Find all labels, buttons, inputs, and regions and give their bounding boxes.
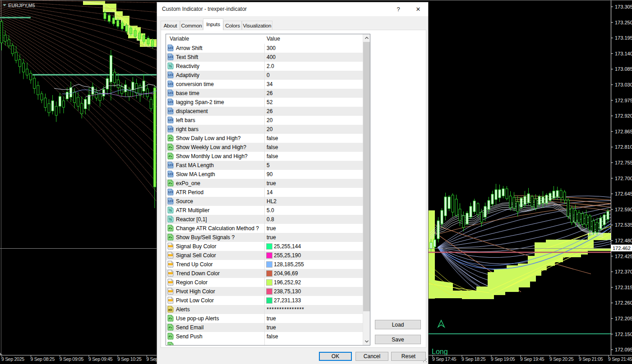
- svg-text:172.590: 172.590: [615, 207, 632, 212]
- svg-text:½: ½: [169, 217, 172, 222]
- svg-text:172.462: 172.462: [613, 246, 631, 251]
- svg-text:ab: ab: [168, 308, 172, 312]
- svg-text:173.030: 173.030: [615, 82, 632, 87]
- svg-text:172.315: 172.315: [615, 285, 632, 290]
- svg-text:½: ½: [169, 64, 172, 68]
- svg-text:9 Sep 19:45: 9 Sep 19:45: [520, 356, 544, 362]
- svg-text:EURJPY,M5: EURJPY,M5: [8, 3, 35, 8]
- svg-text:172.205: 172.205: [615, 316, 632, 321]
- svg-text:172.150: 172.150: [615, 332, 632, 337]
- svg-text:172.425: 172.425: [615, 254, 632, 259]
- svg-text:123: 123: [168, 73, 173, 77]
- svg-text:123: 123: [168, 46, 173, 50]
- svg-text:172.700: 172.700: [615, 176, 632, 181]
- svg-text:172.755: 172.755: [615, 160, 632, 165]
- svg-text:172.920: 172.920: [615, 113, 632, 118]
- svg-text:9 Sep 20:25: 9 Sep 20:25: [549, 356, 574, 362]
- svg-text:123: 123: [168, 55, 173, 59]
- svg-text:9 Sep 09:45: 9 Sep 09:45: [88, 356, 113, 362]
- svg-text:123: 123: [168, 100, 173, 104]
- svg-text:173.305: 173.305: [615, 4, 632, 9]
- svg-text:123: 123: [168, 173, 173, 176]
- svg-text:Long: Long: [432, 348, 448, 355]
- svg-text:172.865: 172.865: [615, 129, 632, 134]
- svg-text:9 Sep 08:25: 9 Sep 08:25: [31, 356, 55, 362]
- svg-text:123: 123: [168, 200, 173, 203]
- svg-text:9 Sep 21:05: 9 Sep 21:05: [579, 356, 603, 362]
- svg-text:123: 123: [168, 191, 173, 194]
- svg-text:9 Sep 11:05: 9 Sep 11:05: [146, 356, 157, 362]
- svg-text:173.250: 173.250: [615, 20, 632, 25]
- svg-text:123: 123: [168, 82, 173, 86]
- svg-text:9 Sep 09:05: 9 Sep 09:05: [60, 356, 84, 362]
- svg-text:172.535: 172.535: [615, 222, 632, 228]
- svg-text:123: 123: [168, 118, 173, 122]
- svg-text:173.195: 173.195: [615, 35, 632, 41]
- svg-text:123: 123: [168, 109, 173, 113]
- svg-text:123: 123: [168, 127, 173, 131]
- svg-text:173.085: 173.085: [615, 66, 632, 72]
- svg-text:9 Sep 19:05: 9 Sep 19:05: [491, 356, 515, 362]
- svg-text:9 Sep 10:25: 9 Sep 10:25: [117, 356, 142, 362]
- svg-text:9 Sep 17:45: 9 Sep 17:45: [432, 356, 457, 362]
- svg-text:172.095: 172.095: [615, 347, 632, 352]
- svg-text:123: 123: [168, 91, 173, 95]
- svg-text:½: ½: [169, 208, 172, 213]
- svg-text:172.810: 172.810: [615, 144, 632, 150]
- svg-text:9 Sep 18:25: 9 Sep 18:25: [461, 356, 486, 362]
- svg-text:172.480: 172.480: [615, 238, 632, 243]
- svg-text:9 Sep 2025: 9 Sep 2025: [1, 356, 24, 362]
- svg-text:172.260: 172.260: [615, 300, 632, 305]
- svg-text:172.645: 172.645: [615, 191, 632, 196]
- svg-text:173.140: 173.140: [615, 51, 632, 56]
- svg-text:123: 123: [168, 164, 173, 167]
- svg-text:9 Sep 21:45: 9 Sep 21:45: [608, 356, 632, 362]
- svg-text:172.370: 172.370: [615, 269, 632, 274]
- svg-text:172.975: 172.975: [615, 98, 632, 103]
